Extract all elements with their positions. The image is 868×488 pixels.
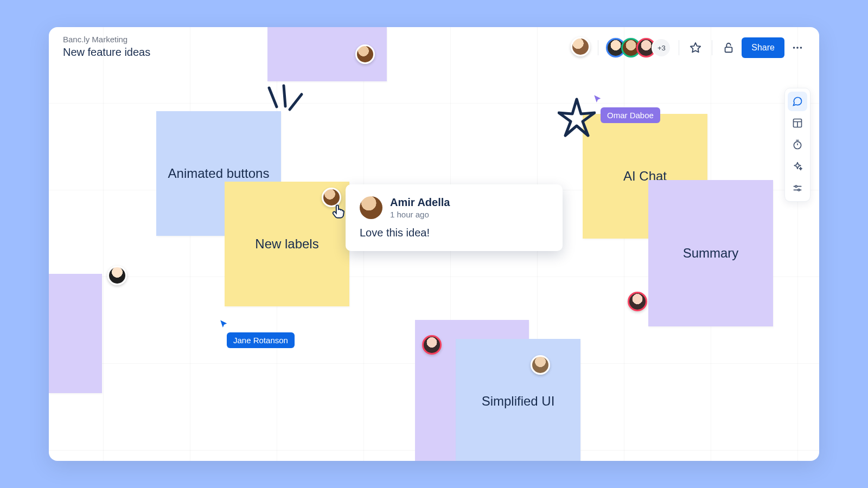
cursor-icon: [593, 94, 603, 104]
workspace-name[interactable]: Banc.ly Marketing: [63, 35, 150, 44]
note-text: New labels: [255, 235, 318, 253]
board-title[interactable]: New feature ideas: [63, 46, 150, 59]
note-author-avatar[interactable]: [628, 292, 647, 313]
svg-line-17: [290, 94, 302, 110]
comment-body: Love this idea!: [360, 227, 548, 239]
whiteboard-window: Banc.ly Marketing New feature ideas +3 S…: [49, 27, 819, 461]
cursor-icon: [219, 319, 229, 329]
svg-marker-0: [691, 43, 700, 52]
svg-point-4: [800, 47, 802, 49]
board-header: Banc.ly Marketing New feature ideas: [63, 35, 150, 59]
comment-time: 1 hour ago: [390, 210, 450, 219]
svg-rect-1: [725, 47, 732, 52]
note-author-avatar[interactable]: [107, 266, 127, 287]
cursor-name: Omar Daboe: [601, 107, 660, 123]
topbar-controls: +3 Share: [571, 37, 806, 59]
right-toolbar: [784, 88, 810, 202]
svg-point-12: [795, 185, 797, 187]
more-icon[interactable]: [789, 39, 806, 56]
click-hand-icon: [329, 202, 348, 220]
divider: [679, 40, 679, 55]
divider: [712, 40, 712, 55]
owner-avatar[interactable]: [571, 37, 590, 59]
settings-tool[interactable]: [788, 178, 807, 198]
sticky-note-simplified-ui[interactable]: Simplified UI: [456, 339, 580, 461]
timer-tool[interactable]: [788, 135, 807, 155]
remote-cursor-omar: Omar Daboe: [593, 94, 660, 123]
comment-author: Amir Adella: [390, 196, 450, 209]
cursor-name: Jane Rotanson: [227, 332, 295, 348]
note-author-avatar[interactable]: [355, 44, 375, 66]
note-text: Animated buttons: [168, 165, 270, 182]
svg-point-2: [793, 47, 795, 49]
svg-line-16: [284, 86, 285, 106]
svg-point-14: [798, 189, 800, 191]
remote-cursor-jane: Jane Rotanson: [219, 319, 295, 348]
participants-overflow[interactable]: +3: [652, 38, 671, 57]
comment-author-avatar[interactable]: [360, 196, 382, 219]
note-author-avatar[interactable]: [531, 355, 550, 377]
divider: [598, 40, 598, 55]
sticky-note[interactable]: [49, 274, 102, 393]
star-icon[interactable]: [687, 39, 704, 56]
note-text: Simplified UI: [482, 393, 555, 410]
star-doodle: [558, 97, 596, 140]
comment-tool[interactable]: [788, 92, 807, 111]
sticky-note-summary[interactable]: Summary: [648, 180, 773, 326]
burst-doodle: [259, 82, 308, 126]
share-button[interactable]: Share: [742, 37, 784, 58]
ai-tool[interactable]: [788, 157, 807, 176]
lock-open-icon[interactable]: [720, 39, 737, 56]
participants-avatars[interactable]: +3: [606, 38, 671, 57]
note-author-avatar[interactable]: [422, 335, 442, 357]
svg-line-15: [269, 88, 277, 107]
comment-card[interactable]: Amir Adella 1 hour ago Love this idea!: [346, 184, 563, 251]
template-tool[interactable]: [788, 113, 807, 133]
note-text: Summary: [683, 245, 739, 262]
svg-point-3: [796, 47, 799, 49]
